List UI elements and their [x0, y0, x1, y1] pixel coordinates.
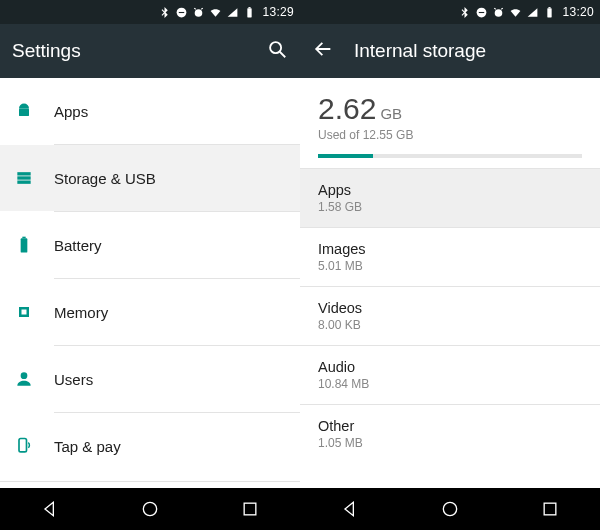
signal-icon [226, 6, 239, 19]
used-amount: 2.62GB [318, 92, 582, 126]
svg-rect-24 [548, 8, 552, 17]
nav-recent[interactable] [226, 488, 274, 530]
svg-rect-13 [21, 238, 28, 252]
wifi-icon [209, 6, 222, 19]
storage-cat-other[interactable]: Other 1.05 MB [300, 405, 600, 463]
settings-item-apps[interactable]: Apps [0, 78, 300, 144]
battery-icon [14, 235, 54, 255]
svg-rect-3 [248, 8, 252, 17]
settings-item-storage[interactable]: Storage & USB [0, 145, 300, 211]
navbar [0, 488, 300, 530]
nav-home[interactable] [426, 488, 474, 530]
status-clock: 13:20 [562, 5, 594, 19]
svg-rect-18 [19, 439, 27, 452]
bluetooth-icon [158, 6, 171, 19]
settings-item-label: Users [54, 371, 93, 388]
nfc-icon [14, 436, 54, 456]
storage-cat-audio[interactable]: Audio 10.84 MB [300, 346, 600, 404]
settings-item-tap-pay[interactable]: Tap & pay [0, 413, 300, 479]
svg-point-19 [143, 502, 156, 515]
user-icon [14, 369, 54, 389]
svg-rect-12 [17, 181, 30, 184]
storage-screen: 13:20 Internal storage 2.62GB Used of 12… [300, 0, 600, 530]
settings-item-battery[interactable]: Battery [0, 212, 300, 278]
nav-recent[interactable] [526, 488, 574, 530]
storage-cat-images[interactable]: Images 5.01 MB [300, 228, 600, 286]
status-clock: 13:29 [262, 5, 294, 19]
dnd-icon [475, 6, 488, 19]
settings-item-users[interactable]: Users [0, 346, 300, 412]
bluetooth-icon [458, 6, 471, 19]
storage-icon [14, 168, 54, 188]
svg-point-17 [21, 372, 28, 379]
appbar: Settings [0, 24, 300, 78]
alarm-icon [192, 6, 205, 19]
dnd-icon [175, 6, 188, 19]
svg-rect-4 [249, 7, 251, 8]
used-subline: Used of 12.55 GB [318, 128, 582, 142]
appbar: Internal storage [300, 24, 600, 78]
storage-content: 2.62GB Used of 12.55 GB Apps 1.58 GB Ima… [300, 78, 600, 488]
svg-rect-22 [479, 11, 484, 12]
settings-screen: 13:29 Settings Apps Storage & USB Batter… [0, 0, 300, 530]
storage-cat-apps[interactable]: Apps 1.58 GB [300, 169, 600, 227]
settings-item-label: Memory [54, 304, 108, 321]
navbar [300, 488, 600, 530]
svg-rect-11 [17, 176, 30, 179]
svg-point-23 [495, 9, 503, 17]
settings-item-memory[interactable]: Memory [0, 279, 300, 345]
svg-point-2 [195, 9, 203, 17]
nav-home[interactable] [126, 488, 174, 530]
svg-rect-1 [179, 11, 184, 12]
settings-item-label: Apps [54, 103, 88, 120]
svg-rect-20 [244, 503, 256, 515]
search-icon[interactable] [266, 38, 288, 64]
storage-cat-videos[interactable]: Videos 8.00 KB [300, 287, 600, 345]
battery-icon [243, 6, 256, 19]
svg-rect-10 [17, 172, 30, 175]
usage-bar [318, 154, 582, 158]
svg-rect-7 [19, 109, 29, 117]
appbar-title: Settings [12, 40, 246, 62]
section-personal: Personal [0, 481, 300, 488]
settings-item-label: Battery [54, 237, 102, 254]
statusbar: 13:29 [0, 0, 300, 24]
battery-icon [543, 6, 556, 19]
settings-list: Apps Storage & USB Battery Memory Users … [0, 78, 300, 488]
android-icon [14, 101, 54, 121]
svg-rect-16 [22, 310, 27, 315]
svg-point-5 [270, 42, 281, 53]
memory-icon [14, 302, 54, 322]
wifi-icon [509, 6, 522, 19]
nav-back[interactable] [26, 488, 74, 530]
storage-summary: 2.62GB Used of 12.55 GB [300, 78, 600, 168]
svg-rect-14 [22, 237, 25, 239]
settings-item-label: Tap & pay [54, 438, 121, 455]
signal-icon [526, 6, 539, 19]
nav-back[interactable] [326, 488, 374, 530]
alarm-icon [492, 6, 505, 19]
back-icon[interactable] [312, 38, 334, 64]
appbar-title: Internal storage [354, 40, 588, 62]
svg-rect-25 [549, 7, 551, 8]
statusbar: 13:20 [300, 0, 600, 24]
usage-bar-fill [318, 154, 373, 158]
svg-point-26 [443, 502, 456, 515]
svg-rect-27 [544, 503, 556, 515]
settings-item-label: Storage & USB [54, 170, 156, 187]
svg-line-6 [280, 52, 286, 58]
